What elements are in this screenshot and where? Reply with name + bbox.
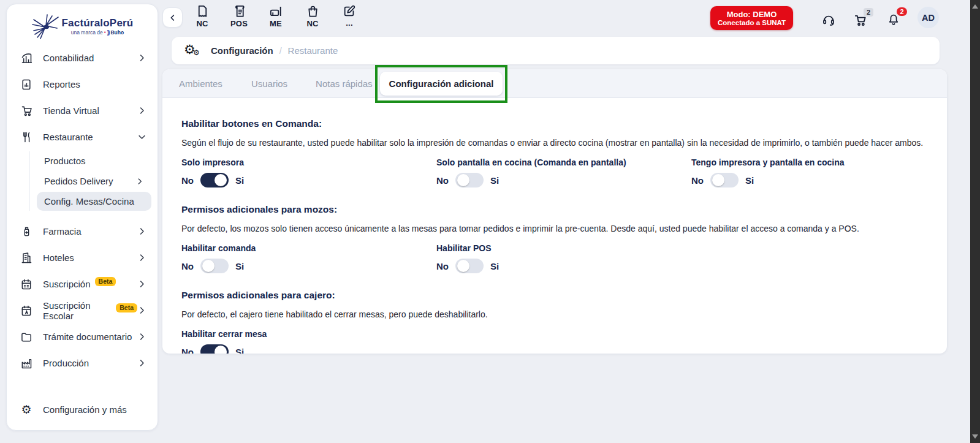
- app-logo[interactable]: FactúraloPerú una marca de •)) Buho: [7, 10, 158, 42]
- tab-configuracion-adicional[interactable]: Configuración adicional: [380, 72, 503, 96]
- me-button[interactable]: ME: [262, 4, 289, 28]
- mobile-landscape-icon: [269, 4, 283, 18]
- sidebar: FactúraloPerú una marca de •)) Buho Cont…: [6, 4, 158, 431]
- tab-strip: Ambientes Usuarios Notas rápidas Configu…: [162, 69, 947, 98]
- more-documents-button[interactable]: ...: [336, 4, 363, 28]
- sidebar-item-contabilidad[interactable]: Contabilidad: [7, 45, 158, 71]
- toggle-label: Habilitar cerrar mesa: [181, 329, 436, 339]
- chevron-down-icon: [137, 132, 146, 142]
- breadcrumb: ⚙ ⚙ Configuración / Restaurante: [172, 37, 940, 64]
- submenu-item-config-mesas-cocina[interactable]: Config. Mesas/Cocina: [37, 192, 151, 211]
- nc-bag-button[interactable]: NC: [299, 4, 326, 28]
- sidebar-item-reportes[interactable]: Reportes: [7, 71, 158, 97]
- scroll-down-icon[interactable]: [972, 434, 978, 439]
- switch-knob: [215, 174, 227, 186]
- brand-paren-icon: )): [107, 30, 110, 36]
- main-panel: Ambientes Usuarios Notas rápidas Configu…: [162, 69, 947, 354]
- section-comanda: Habilitar botones en Comanda: Según el f…: [181, 118, 932, 187]
- chevron-right-icon: [137, 53, 146, 62]
- toggle-si-label: Si: [235, 347, 244, 354]
- section-cajero: Permisos adicionales para cajero: Por de…: [181, 290, 932, 354]
- toggle-no-label: No: [181, 261, 194, 271]
- cart-icon: [19, 104, 34, 117]
- tab-ambientes[interactable]: Ambientes: [179, 78, 222, 89]
- switch-knob: [457, 174, 469, 186]
- sidebar-item-tienda-virtual[interactable]: Tienda Virtual: [7, 97, 158, 124]
- section-heading: Habilitar botones en Comanda:: [181, 118, 932, 129]
- habilitar-cerrar-mesa-switch[interactable]: [200, 344, 229, 354]
- toggle-si-label: Si: [490, 175, 499, 186]
- mode-demo-button[interactable]: Modo: DEMO Conectado a SUNAT: [710, 6, 793, 30]
- nc-document-button[interactable]: NC: [189, 4, 216, 28]
- toggle-no-label: No: [181, 175, 194, 186]
- chevron-right-icon: [137, 253, 146, 262]
- avatar[interactable]: AD: [917, 7, 939, 28]
- submenu-item-label: Productos: [44, 156, 86, 166]
- pos-button[interactable]: POS: [226, 4, 253, 28]
- submenu-item-productos[interactable]: Productos: [37, 151, 151, 170]
- switch-knob: [457, 260, 469, 272]
- configuracion-adicional-content: Habilitar botones en Comanda: Según el f…: [162, 98, 947, 354]
- habilitar-comanda-switch[interactable]: [200, 259, 229, 273]
- doc-button-label: ME: [270, 19, 282, 28]
- sidebar-item-label: Producción: [43, 358, 89, 368]
- tab-notas-rapidas[interactable]: Notas rápidas: [316, 78, 373, 89]
- sidebar-item-hoteles[interactable]: Hoteles: [7, 244, 158, 271]
- toggle-no-label: No: [181, 347, 194, 354]
- sidebar-item-tramite-documentario[interactable]: Trámite documentario: [7, 324, 158, 350]
- scroll-up-icon[interactable]: [972, 4, 978, 9]
- toggle-label: Solo impresora: [181, 157, 436, 167]
- calendar-a-icon: [19, 305, 34, 317]
- brand-dot-icon: •: [104, 30, 106, 36]
- bag-icon: [306, 4, 320, 18]
- sidebar-item-suscripcion[interactable]: SuscripciónBeta: [7, 271, 158, 297]
- solo-impresora-switch[interactable]: [200, 173, 229, 187]
- tab-usuarios[interactable]: Usuarios: [251, 78, 287, 89]
- breadcrumb-section[interactable]: Configuración: [211, 45, 273, 56]
- calendar-icon: [19, 278, 34, 290]
- impresora-y-pantalla-switch[interactable]: [710, 173, 739, 187]
- mode-line1: Modo: DEMO: [710, 10, 793, 19]
- beta-badge: Beta: [95, 277, 116, 286]
- notifications-button[interactable]: 2: [887, 13, 900, 26]
- sidebar-item-suscripcion-escolar[interactable]: Suscripción EscolarBeta: [7, 297, 158, 324]
- chevron-left-icon: [168, 13, 178, 23]
- submenu-item-pedidos-delivery[interactable]: Pedidos Delivery: [37, 172, 151, 191]
- chevron-right-icon: [137, 227, 146, 236]
- cart-badge: 2: [864, 8, 873, 17]
- hotel-icon: [19, 252, 34, 264]
- beta-badge: Beta: [116, 303, 137, 312]
- support-button[interactable]: [822, 13, 835, 26]
- chevron-right-icon: [137, 332, 146, 341]
- mode-line2: Conectado a SUNAT: [710, 19, 793, 26]
- sidebar-item-farmacia[interactable]: Farmacia: [7, 218, 158, 244]
- habilitar-pos-switch[interactable]: [455, 259, 484, 273]
- section-heading: Permisos adicionales para cajero:: [181, 290, 932, 301]
- section-mozos: Permisos adicionales para mozos: Por def…: [181, 204, 932, 273]
- submenu-item-label: Config. Mesas/Cocina: [44, 196, 134, 206]
- headset-icon: [822, 13, 835, 26]
- sidebar-item-label: Farmacia: [43, 226, 82, 237]
- sidebar-item-label: Reportes: [43, 79, 80, 89]
- document-type-buttons: NC POS ME NC ...: [189, 4, 363, 28]
- solo-pantalla-switch[interactable]: [455, 173, 484, 187]
- switch-knob: [712, 174, 724, 186]
- sidebar-item-restaurante[interactable]: Restaurante: [7, 124, 158, 150]
- logo-subtitle: una marca de •)) Buho: [62, 30, 134, 36]
- receipt-icon: [232, 4, 246, 18]
- sidebar-item-label: Hoteles: [43, 252, 74, 263]
- scrollbar[interactable]: [970, 0, 980, 443]
- toggle-label: Habilitar comanda: [181, 243, 436, 253]
- section-description: Por defecto, los mozos solo tienen acces…: [181, 224, 932, 233]
- toggle-si-label: Si: [235, 175, 244, 186]
- toggle-no-label: No: [436, 261, 449, 271]
- chevron-right-icon: [137, 279, 146, 289]
- sidebar-item-produccion[interactable]: Producción: [7, 350, 158, 376]
- back-button[interactable]: [162, 7, 183, 28]
- sidebar-item-configuracion-y-mas[interactable]: ⚙ Configuración y más: [7, 396, 158, 423]
- toggle-no-label: No: [436, 175, 449, 186]
- chevron-right-icon: [137, 358, 146, 368]
- cart-button[interactable]: 2: [853, 13, 867, 27]
- chevron-right-icon: [135, 177, 144, 186]
- settings-gears-icon: ⚙ ⚙: [184, 43, 202, 59]
